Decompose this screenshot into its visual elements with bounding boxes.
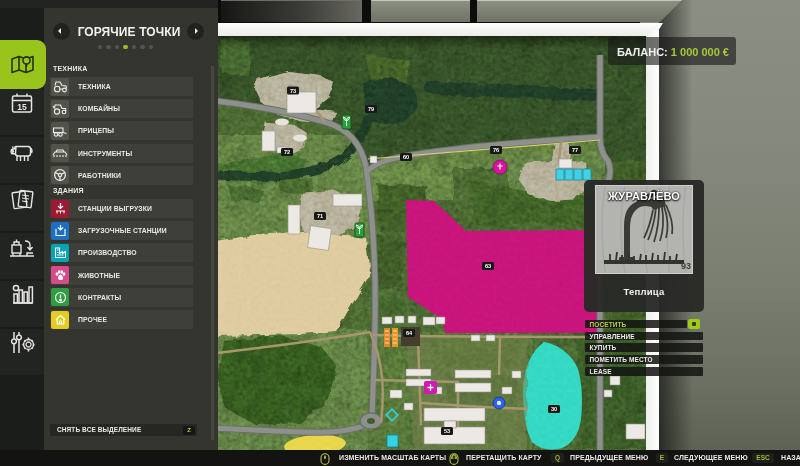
svg-text:73: 73 (290, 88, 296, 94)
svg-text:53: 53 (444, 428, 450, 434)
svg-text:63: 63 (485, 263, 491, 269)
svg-text:30: 30 (551, 406, 557, 412)
svg-text:71: 71 (317, 213, 323, 219)
svg-text:15: 15 (17, 102, 27, 112)
svg-text:79: 79 (368, 106, 374, 112)
svg-text:72: 72 (284, 149, 290, 155)
svg-text:64: 64 (406, 330, 413, 336)
svg-text:76: 76 (493, 147, 499, 153)
svg-text:60: 60 (403, 154, 409, 160)
svg-text:77: 77 (572, 147, 578, 153)
